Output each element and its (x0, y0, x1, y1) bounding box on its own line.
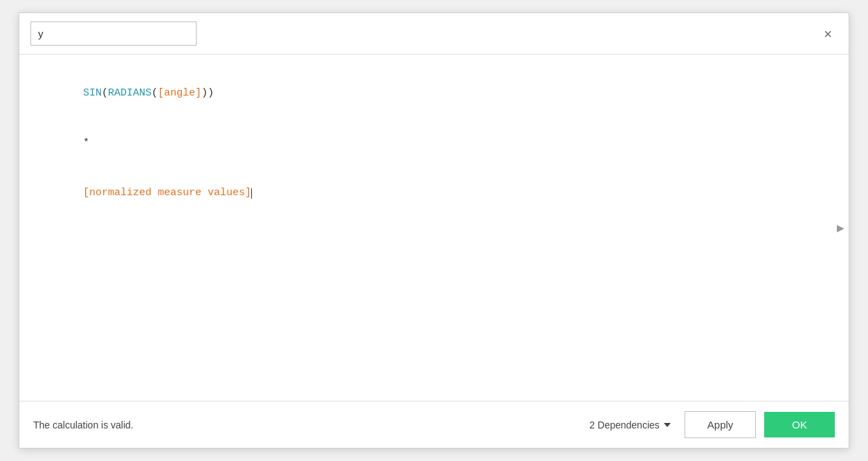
code-line-3: [normalized measure values] (33, 168, 835, 218)
text-cursor (251, 188, 252, 199)
open-paren-1: ( (102, 87, 108, 99)
code-line-2: * (33, 118, 835, 168)
chevron-down-icon (664, 423, 671, 427)
sin-keyword: SIN (83, 87, 102, 99)
ok-button[interactable]: OK (764, 412, 835, 437)
normalized-measure-param: [normalized measure values] (83, 187, 251, 199)
dependencies-label: 2 Dependencies (590, 419, 660, 431)
close-parens: )) (201, 87, 214, 99)
angle-param: [angle] (158, 87, 201, 99)
dialog-header: × (19, 13, 849, 55)
calculation-name-input[interactable] (30, 21, 197, 46)
radians-keyword: RADIANS (108, 87, 152, 99)
dependencies-button[interactable]: 2 Dependencies (584, 417, 676, 433)
code-editor[interactable]: SIN(RADIANS([angle])) * [normalized meas… (33, 69, 835, 218)
multiply-operator: * (83, 137, 89, 149)
close-icon: × (824, 26, 832, 42)
side-panel-toggle[interactable]: ▶ (833, 217, 849, 239)
open-paren-2: ( (152, 87, 158, 99)
validation-status: The calculation is valid. (33, 419, 134, 431)
dialog-footer: The calculation is valid. 2 Dependencies… (19, 401, 849, 448)
code-line-1: SIN(RADIANS([angle])) (33, 69, 835, 118)
apply-button[interactable]: Apply (685, 411, 757, 438)
editor-area[interactable]: SIN(RADIANS([angle])) * [normalized meas… (19, 55, 849, 401)
calculation-editor-dialog: × SIN(RADIANS([angle])) * [normalized me… (19, 12, 849, 449)
footer-actions: 2 Dependencies Apply OK (584, 411, 835, 438)
close-button[interactable]: × (818, 24, 838, 44)
